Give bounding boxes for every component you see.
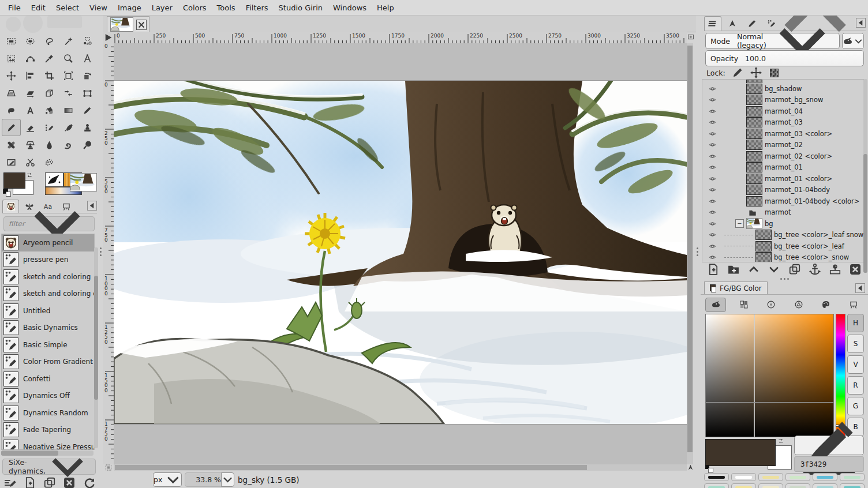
layer-row[interactable]: bg_tree <color>_leaf snow [702,230,863,241]
layer-thumbnail[interactable] [755,241,772,251]
layer-thumbnail[interactable] [746,106,762,117]
tool-flip[interactable] [59,84,78,102]
menu-image[interactable]: Image [113,1,147,15]
tool-blur-sharpen[interactable] [40,136,59,153]
lock-alpha-button[interactable] [768,67,781,78]
duplicate-dynamics-button[interactable] [43,476,56,488]
fg-color-swatch[interactable] [705,439,776,466]
menu-file[interactable]: File [3,1,26,15]
tool-mypaint-brush[interactable] [2,153,21,171]
pick-screen-color-button[interactable] [794,436,864,455]
layer-thumbnail[interactable] [746,117,762,127]
layer-thumbnail[interactable] [746,174,762,184]
refresh-dynamics-button[interactable] [83,476,96,488]
tool-crop[interactable] [40,67,59,84]
color-history-swatch[interactable] [840,483,865,488]
canvas-viewport[interactable] [114,43,687,464]
anchor-layer-button[interactable] [809,263,821,276]
tool-text[interactable] [21,102,40,119]
menu-help[interactable]: Help [372,1,399,15]
canvas-horizontal-scrollbar[interactable] [114,464,687,471]
layer-thumbnail[interactable] [746,151,762,162]
visibility-eye-icon[interactable] [708,209,717,216]
color-history-swatch[interactable] [731,483,756,488]
color-history-swatch[interactable] [731,473,756,481]
layer-row[interactable]: bg_tree <color>_leaf [702,241,863,252]
hex-color-field[interactable]: 3f3429 [794,456,864,472]
layer-row[interactable]: marmot_02 [702,140,863,151]
tool-align[interactable] [21,67,40,84]
tool-shear[interactable] [21,84,40,102]
dynamics-filter-input[interactable]: filter [3,216,95,231]
tool-paintbrush[interactable] [2,119,21,136]
tool-fuzzy-select[interactable] [59,32,78,50]
tool-rectangle-select[interactable] [2,32,21,50]
layer-row[interactable]: marmot_02 <color> [702,151,863,162]
layer-thumbnail[interactable] [755,252,772,262]
channel-h-button[interactable]: H [847,314,864,332]
tool-clone[interactable] [78,119,97,136]
tool-3d-transform[interactable] [40,84,59,102]
tool-dodge-burn[interactable] [78,136,97,153]
dynamics-vertical-scrollbar[interactable] [94,247,98,448]
cmyk-selector-tab[interactable] [734,298,754,311]
menu-edit[interactable]: Edit [26,1,51,15]
layer-row[interactable]: marmot_bg_snow [702,95,863,106]
layer-thumbnail[interactable] [755,230,772,240]
channel-r-button[interactable]: R [847,376,864,395]
visibility-eye-icon[interactable] [708,243,717,250]
tool-select-by-color[interactable] [78,32,97,50]
tool-airbrush[interactable] [40,119,59,136]
dynamics-item[interactable]: Fade Tapering [2,422,94,439]
right-pane-divider[interactable] [696,16,699,488]
color-history-swatch[interactable] [704,483,729,488]
color-history-swatch[interactable] [785,483,810,488]
color-history-swatch[interactable] [813,483,837,488]
opacity-slider[interactable]: Opacity 100.0 [705,50,864,66]
menu-colors[interactable]: Colors [178,1,212,15]
scales-selector-tab[interactable] [844,298,863,311]
layer-thumbnail[interactable] [746,95,762,105]
layer-thumbnail[interactable] [746,162,762,172]
default-colors-icon[interactable] [3,189,11,196]
tool-bucket-fill[interactable] [40,102,59,119]
dynamics-item[interactable]: sketch and coloring [2,268,94,286]
palette-selector-tab[interactable] [816,298,836,311]
menu-layer[interactable]: Layer [147,1,178,15]
tool-perspective-clone[interactable] [21,136,40,153]
tool-ellipse-select[interactable] [21,32,40,50]
wheel-selector-tab[interactable] [789,298,809,311]
layer-row[interactable]: marmot_04 [702,106,863,117]
lock-position-button[interactable] [750,67,762,78]
dynamics-item[interactable]: Color From Gradient [2,354,94,371]
close-image-icon[interactable] [136,20,147,30]
dynamics-item[interactable]: Confetti [2,370,94,388]
tool-scissors-select[interactable] [21,153,40,171]
visibility-eye-icon[interactable] [708,186,717,193]
menu-windows[interactable]: Windows [328,1,372,15]
tool-cage-transform[interactable] [2,50,21,67]
layer-thumbnail[interactable] [746,218,762,229]
tool-pencil[interactable] [78,102,97,119]
dynamics-item[interactable]: Basic Simple [2,336,94,354]
layer-thumbnail[interactable] [746,84,762,94]
dynamics-item[interactable]: Untitled [2,302,94,320]
visibility-eye-icon[interactable] [708,164,717,171]
tool-perspective[interactable] [2,84,21,102]
tool-heal[interactable] [2,136,21,153]
visibility-eye-icon[interactable] [708,141,717,148]
layer-row[interactable]: marmot_01 <color> [702,173,863,185]
collapse-dock-button[interactable] [855,283,865,293]
visibility-eye-icon[interactable] [708,198,717,205]
tool-paths[interactable] [21,50,40,67]
artwork-image[interactable] [114,81,687,424]
tool-foreground-select[interactable] [40,153,59,171]
layer-row[interactable]: marmot [702,207,863,219]
dock-tab-brushes[interactable] [2,200,19,213]
new-layer-group-button[interactable] [727,263,740,276]
dynamics-item[interactable]: Basic Dynamics [2,320,94,337]
raise-layer-button[interactable] [747,263,760,276]
swap-colors-icon[interactable] [25,171,33,179]
group-expander[interactable]: − [735,219,744,228]
visibility-eye-icon[interactable] [708,130,717,137]
